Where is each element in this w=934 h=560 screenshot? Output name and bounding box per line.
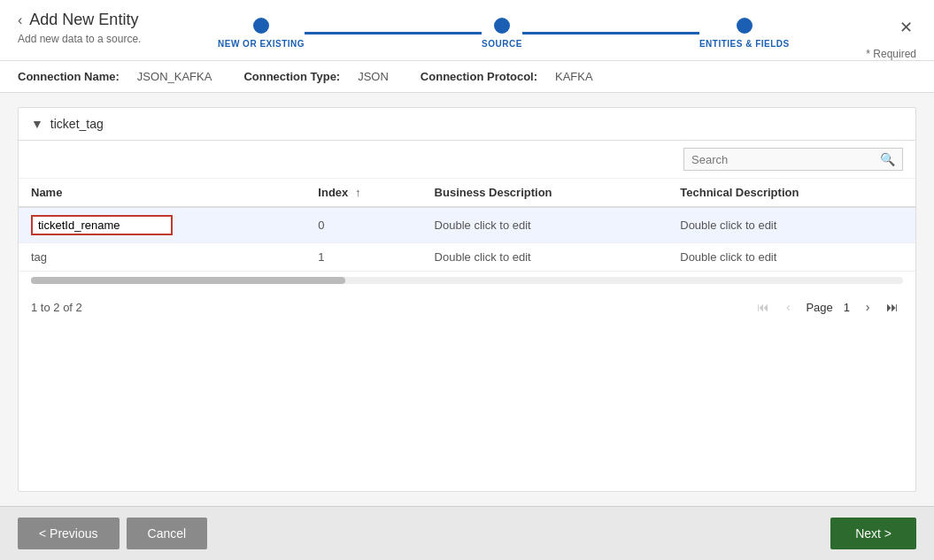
sort-arrow-icon: ↑	[355, 186, 361, 199]
table-body: 0Double click to editDouble click to edi…	[19, 207, 915, 272]
page-controls: ⏮ ‹ Page 1 › ⏭	[753, 296, 903, 318]
close-icon[interactable]: ✕	[896, 14, 916, 41]
connection-protocol-label: Connection Protocol:	[421, 70, 537, 83]
search-bar: 🔍	[19, 141, 915, 179]
step-3-dot	[737, 18, 753, 34]
next-page-btn[interactable]: ›	[857, 296, 878, 318]
connection-type-value: JSON	[358, 70, 389, 83]
page-number: 1	[840, 301, 853, 314]
entity-header: ▼ ticket_tag	[19, 108, 915, 141]
last-page-btn[interactable]: ⏭	[882, 296, 903, 318]
connection-name-value: JSON_KAFKA	[137, 70, 212, 83]
data-table: Name Index ↑ Business Description Techni…	[19, 179, 915, 272]
header: ‹ Add New Entity Add new data to a sourc…	[0, 0, 934, 61]
footer-left: < Previous Cancel	[18, 518, 207, 549]
cell-business-desc[interactable]: Double click to edit	[422, 243, 668, 272]
page-title: Add New Entity	[29, 11, 138, 29]
connection-bar: Connection Name: JSON_KAFKA Connection T…	[0, 61, 934, 93]
table-row: tag1Double click to editDouble click to …	[19, 243, 915, 272]
col-technical-desc: Technical Description	[668, 179, 915, 207]
table-row: 0Double click to editDouble click to edi…	[19, 207, 915, 243]
step-1-dot	[253, 18, 269, 34]
connection-type-label: Connection Type:	[243, 70, 340, 83]
page-subtitle: Add new data to a source.	[18, 33, 141, 45]
header-title-row: ‹ Add New Entity	[18, 11, 141, 29]
connection-protocol-value: KAFKA	[555, 70, 593, 83]
search-wrapper: 🔍	[683, 148, 903, 171]
name-edit-input[interactable]	[31, 215, 173, 235]
search-icon[interactable]: 🔍	[880, 152, 895, 166]
step-3: ENTITIES & FIELDS	[699, 18, 790, 49]
prev-page-btn[interactable]: ‹	[777, 296, 799, 318]
scroll-area	[19, 272, 915, 289]
collapse-icon[interactable]: ▼	[31, 117, 43, 131]
step-line-2	[522, 32, 699, 35]
first-page-btn[interactable]: ⏮	[753, 296, 774, 318]
main-content: ▼ ticket_tag 🔍 Name Index ↑ Business Des…	[0, 93, 934, 506]
cell-name	[19, 207, 305, 243]
step-line-container-1: NEW OR EXISTING SOURCE ENTITIES & FIELDS	[218, 18, 790, 49]
required-label: * Required	[866, 48, 916, 60]
step-1-label: NEW OR EXISTING	[218, 39, 305, 49]
cell-index: 0	[305, 207, 421, 243]
scrollbar-thumb[interactable]	[31, 277, 345, 284]
previous-button[interactable]: < Previous	[18, 518, 120, 549]
stepper: NEW OR EXISTING SOURCE ENTITIES & FIELDS	[218, 11, 790, 49]
table-container: ▼ ticket_tag 🔍 Name Index ↑ Business Des…	[18, 107, 916, 492]
scrollbar-track[interactable]	[31, 277, 903, 284]
cell-name: tag	[19, 243, 305, 272]
pagination: 1 to 2 of 2 ⏮ ‹ Page 1 › ⏭	[19, 289, 915, 326]
step-1: NEW OR EXISTING	[218, 18, 305, 49]
cancel-button[interactable]: Cancel	[127, 518, 208, 549]
step-2-dot	[494, 18, 510, 34]
page-count: 1 to 2 of 2	[31, 301, 82, 314]
col-name: Name	[19, 179, 305, 207]
step-2-label: SOURCE	[482, 39, 522, 49]
connection-name-label: Connection Name:	[18, 70, 120, 83]
footer: < Previous Cancel Next >	[0, 506, 934, 560]
search-input[interactable]	[691, 153, 880, 166]
entity-name: ticket_tag	[50, 117, 104, 131]
page-label: Page	[802, 301, 836, 314]
col-index[interactable]: Index ↑	[305, 179, 421, 207]
cell-technical-desc[interactable]: Double click to edit	[668, 207, 915, 243]
back-icon[interactable]: ‹	[18, 12, 22, 28]
cell-business-desc[interactable]: Double click to edit	[422, 207, 668, 243]
header-left: ‹ Add New Entity Add new data to a sourc…	[18, 11, 141, 56]
cell-index: 1	[305, 243, 421, 272]
step-line-1	[305, 32, 482, 35]
col-business-desc: Business Description	[422, 179, 668, 207]
step-3-label: ENTITIES & FIELDS	[699, 39, 790, 49]
header-right: ✕ * Required	[866, 11, 916, 60]
table-header: Name Index ↑ Business Description Techni…	[19, 179, 915, 207]
cell-technical-desc[interactable]: Double click to edit	[668, 243, 915, 272]
step-2: SOURCE	[482, 18, 522, 49]
next-button[interactable]: Next >	[830, 518, 916, 549]
